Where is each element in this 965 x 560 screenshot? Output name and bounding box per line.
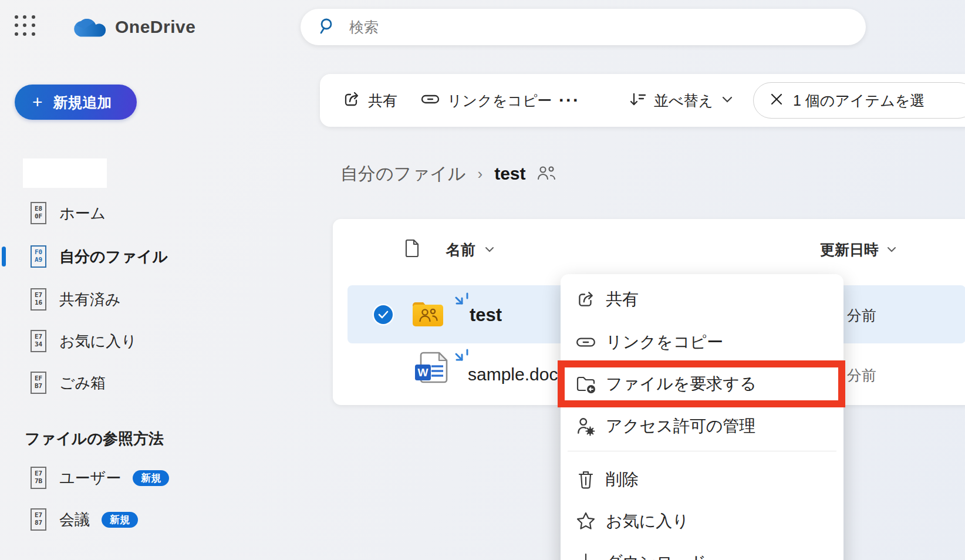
shared-folder-icon [411,300,445,330]
breadcrumb-separator-icon: › [478,165,483,183]
menu-item-request-files[interactable]: ファイルを要求する [561,363,843,404]
more-commands-button[interactable]: ··· [559,74,580,127]
column-header-name[interactable]: 名前 [404,237,494,262]
sidebar-item-favorites[interactable]: E734 お気に入り [0,328,282,354]
new-badge: 新規 [102,512,138,528]
sidebar-item-label: 共有済み [59,289,121,310]
sort-icon [628,90,647,111]
recycle-bin-tofu-icon: EFB7 [31,372,46,394]
shared-people-icon [537,164,556,183]
share-icon [575,289,596,309]
recently-updated-icon [454,292,471,314]
menu-item-delete[interactable]: 削除 [561,459,843,500]
breadcrumb-current: test [494,164,525,184]
favorites-tofu-icon: E734 [31,330,46,352]
menu-item-copy-link[interactable]: リンクをコピー [561,322,843,363]
people-tofu-icon: E77B [31,467,46,489]
add-new-button[interactable]: + 新規追加 [15,85,137,120]
menu-divider [568,451,836,451]
meetings-tofu-icon: E787 [31,508,46,531]
copy-link-button[interactable]: リンクをコピー [420,74,552,127]
row-selected-checkmark[interactable] [374,305,393,324]
app-title: OneDrive [115,17,195,37]
sidebar-item-shared[interactable]: E716 共有済み [0,286,282,312]
chevron-down-icon [887,244,896,255]
file-name[interactable]: test [470,305,502,326]
manage-access-icon [575,416,596,436]
menu-item-favorite[interactable]: お気に入り [561,501,843,542]
search-bar[interactable] [301,9,866,45]
sidebar-item-label: 自分のファイル [59,247,168,267]
link-icon [575,332,596,352]
selection-count-text: 1 個のアイテムを選 [793,91,924,110]
sidebar-item-label: お気に入り [59,331,137,352]
sidebar-item-label: ごみ箱 [59,373,106,393]
new-badge: 新規 [133,470,169,486]
sort-button[interactable]: 並べ替え [628,74,733,127]
home-tofu-icon: E80F [31,202,46,224]
search-icon [319,17,336,37]
link-icon [420,90,440,111]
my-files-tofu-icon: F0A9 [31,245,46,268]
more-icon: ··· [559,90,580,110]
onedrive-cloud-logo [74,16,106,41]
clear-selection-x-icon [770,92,784,109]
breadcrumb: 自分のファイル › test [340,163,556,184]
document-icon [404,239,420,260]
column-header-modified[interactable]: 更新日時 [820,237,896,262]
shared-tofu-icon: E716 [31,288,46,311]
chevron-down-icon [721,95,733,106]
breadcrumb-parent[interactable]: 自分のファイル [340,162,466,186]
app-launcher-waffle-icon[interactable] [15,15,36,36]
redacted-username-box [23,158,107,188]
menu-item-download[interactable]: ダウンロード [561,542,843,560]
download-icon [575,552,596,560]
menu-item-manage-access[interactable]: アクセス許可の管理 [561,406,843,447]
sidebar-item-label: 会議 [59,510,90,530]
star-icon [575,511,596,531]
sidebar-item-recycle-bin[interactable]: EFB7 ごみ箱 [0,370,282,396]
plus-icon: + [32,93,43,111]
modified-time: 分前 [847,366,876,385]
search-input[interactable] [349,19,831,36]
sidebar-section-title: ファイルの参照方法 [25,429,164,449]
word-document-icon: W [414,352,450,386]
share-button[interactable]: 共有 [342,74,397,127]
chevron-down-icon [485,244,494,255]
menu-item-share[interactable]: 共有 [561,279,843,320]
sidebar-item-label: ホーム [59,203,106,224]
selection-count-pill[interactable]: 1 個のアイテムを選 [753,82,965,119]
modified-time: 分前 [847,306,876,325]
request-files-icon [575,374,596,394]
sidebar-item-label: ユーザー [59,468,121,488]
sidebar-item-meetings[interactable]: E787 会議 新規 [0,507,282,532]
sidebar-item-my-files[interactable]: F0A9 自分のファイル [0,244,282,269]
sidebar-item-home[interactable]: E80F ホーム [0,200,282,226]
context-menu: 共有 リンクをコピー ファイルを要求する アク [561,274,843,560]
trash-icon [575,470,596,490]
file-name[interactable]: sample.docx [468,365,566,384]
svg-text:W: W [418,366,428,379]
share-icon [342,90,361,111]
sidebar-item-people[interactable]: E77B ユーザー 新規 [0,465,282,491]
